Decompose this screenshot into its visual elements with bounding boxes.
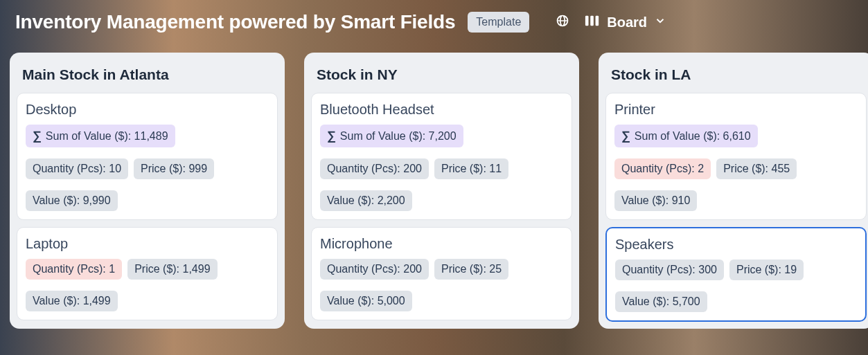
tag-row: ∑Sum of Value ($): 11,489Quantity (Pcs):… [26, 125, 269, 211]
value-tag: Value ($): 910 [614, 190, 697, 211]
card-title: Laptop [26, 236, 269, 252]
board-card[interactable]: LaptopQuantity (Pcs): 1Price ($): 1,499V… [17, 227, 278, 320]
board-card[interactable]: Printer∑Sum of Value ($): 6,610Quantity … [605, 93, 867, 220]
value-tag: Value ($): 9,990 [26, 190, 118, 211]
price-tag: Price ($): 25 [434, 259, 508, 280]
view-label: Board [607, 15, 647, 30]
column-title: Stock in LA [605, 62, 867, 86]
value-tag: Value ($): 5,000 [320, 291, 412, 311]
board-card[interactable]: Desktop∑Sum of Value ($): 11,489Quantity… [17, 93, 278, 220]
header-right: Board [556, 14, 666, 30]
svg-rect-2 [596, 15, 599, 26]
sigma-icon: ∑ [327, 129, 336, 143]
board-icon [585, 15, 600, 30]
card-title: Speakers [615, 237, 857, 253]
svg-rect-1 [591, 15, 594, 26]
sum-tag: ∑Sum of Value ($): 7,200 [320, 125, 463, 147]
sum-tag: ∑Sum of Value ($): 6,610 [614, 125, 758, 147]
tag-row: ∑Sum of Value ($): 7,200Quantity (Pcs): … [320, 125, 563, 211]
column-title: Main Stock in Atlanta [17, 62, 278, 86]
card-title: Printer [614, 102, 858, 118]
header-bar: Inventory Management powered by Smart Fi… [0, 0, 868, 40]
price-tag: Price ($): 999 [134, 158, 214, 179]
quantity-tag: Quantity (Pcs): 2 [614, 158, 711, 179]
price-tag: Price ($): 455 [716, 158, 797, 179]
template-badge[interactable]: Template [468, 12, 529, 33]
globe-icon[interactable] [556, 14, 569, 30]
tag-row: ∑Sum of Value ($): 6,610Quantity (Pcs): … [614, 125, 858, 211]
sigma-icon: ∑ [621, 129, 630, 143]
board-card[interactable]: MicrophoneQuantity (Pcs): 200Price ($): … [311, 227, 572, 320]
board-column: Main Stock in AtlantaDesktop∑Sum of Valu… [10, 53, 285, 329]
price-tag: Price ($): 19 [729, 260, 804, 280]
value-tag: Value ($): 2,200 [320, 190, 412, 211]
sum-text: Sum of Value ($): 11,489 [46, 130, 168, 143]
tag-row: Quantity (Pcs): 1Price ($): 1,499Value (… [26, 259, 269, 311]
view-switcher[interactable]: Board [585, 15, 666, 30]
sigma-icon: ∑ [33, 129, 42, 143]
sum-text: Sum of Value ($): 6,610 [635, 130, 751, 143]
card-title: Microphone [320, 236, 563, 252]
quantity-tag: Quantity (Pcs): 200 [320, 158, 429, 179]
board-container: Main Stock in AtlantaDesktop∑Sum of Valu… [0, 40, 868, 338]
board-card[interactable]: Bluetooth Headset∑Sum of Value ($): 7,20… [311, 93, 572, 220]
board-card[interactable]: SpeakersQuantity (Pcs): 300Price ($): 19… [605, 227, 867, 322]
price-tag: Price ($): 11 [434, 158, 508, 179]
board-column: Stock in NYBluetooth Headset∑Sum of Valu… [304, 53, 579, 329]
quantity-tag: Quantity (Pcs): 1 [26, 259, 122, 280]
chevron-down-icon [654, 15, 666, 30]
sum-text: Sum of Value ($): 7,200 [340, 130, 457, 143]
quantity-tag: Quantity (Pcs): 300 [615, 260, 724, 280]
value-tag: Value ($): 1,499 [26, 291, 118, 311]
page-title: Inventory Management powered by Smart Fi… [15, 11, 455, 33]
quantity-tag: Quantity (Pcs): 200 [320, 259, 429, 280]
price-tag: Price ($): 1,499 [127, 259, 217, 280]
board-column: Stock in LAPrinter∑Sum of Value ($): 6,6… [599, 53, 868, 329]
svg-rect-0 [585, 15, 589, 26]
tag-row: Quantity (Pcs): 200Price ($): 25Value ($… [320, 259, 563, 311]
tag-row: Quantity (Pcs): 300Price ($): 19Value ($… [615, 260, 857, 312]
card-title: Bluetooth Headset [320, 102, 563, 118]
card-title: Desktop [26, 102, 269, 118]
quantity-tag: Quantity (Pcs): 10 [26, 158, 128, 179]
column-title: Stock in NY [311, 62, 572, 86]
sum-tag: ∑Sum of Value ($): 11,489 [26, 125, 175, 147]
value-tag: Value ($): 5,700 [615, 291, 707, 312]
